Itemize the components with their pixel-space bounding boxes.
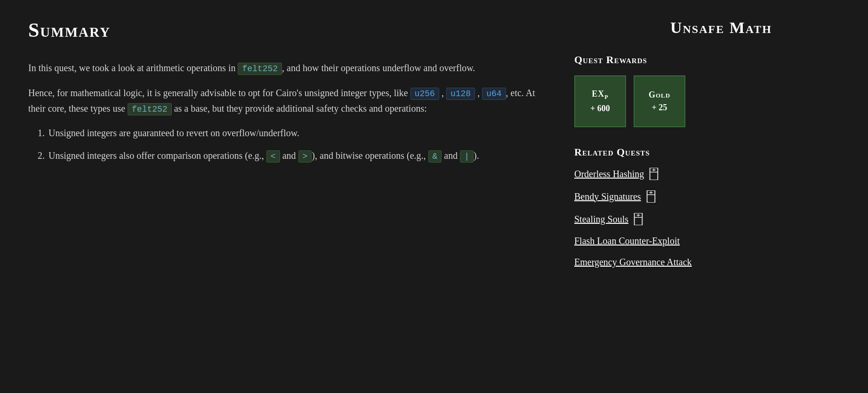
body-text-end: as a base, but they provide additional s… <box>172 103 427 114</box>
exp-label: EXP <box>592 89 608 101</box>
list-item-1: 1. Unsigned integers are guaranteed to r… <box>38 125 537 140</box>
quest-link-orderless-hashing[interactable]: Orderless Hashing <box>574 169 644 180</box>
quest-link-row-5[interactable]: Emergency Governance Attack <box>574 257 772 268</box>
sidebar-title: Unsafe Math <box>574 19 772 37</box>
exp-reward-card: EXP + 600 <box>574 75 626 127</box>
quest-link-stealing-souls[interactable]: Stealing Souls <box>574 214 628 225</box>
amp-code: & <box>428 150 442 163</box>
quest-link-row-3[interactable]: Stealing Souls <box>574 213 772 225</box>
gt-code: > <box>298 150 312 163</box>
lt-code: < <box>266 150 280 163</box>
gold-reward-card: Gold + 25 <box>634 75 685 127</box>
main-content: Summary In this quest, we took a look at… <box>28 19 537 374</box>
list-item-2: 2. Unsigned integers also offer comparis… <box>38 148 537 164</box>
quest-link-emergency-governance[interactable]: Emergency Governance Attack <box>574 257 692 268</box>
summary-section: In this quest, we took a look at arithme… <box>28 60 537 164</box>
quest-link-row-4[interactable]: Flash Loan Counter-Exploit <box>574 236 772 246</box>
list-item-2-mid1: and <box>280 150 298 161</box>
list-item-2-start: Unsigned integers also offer comparison … <box>48 150 266 161</box>
intro-text-start: In this quest, we took a look at arithme… <box>28 63 238 73</box>
bookmark-icon-3 <box>633 213 643 225</box>
quest-link-row-2[interactable]: Bendy Signatures <box>574 190 772 203</box>
sidebar: Unsafe Math Quest Rewards EXP + 600 Gold… <box>574 19 772 374</box>
u64-code: u64 <box>482 88 506 100</box>
u128-code: u128 <box>446 88 475 100</box>
intro-text-end: , and how their operations underflow and… <box>282 63 475 73</box>
quest-link-bendy-signatures[interactable]: Bendy Signatures <box>574 191 641 202</box>
related-quests-label: Related Quests <box>574 146 772 158</box>
comma-2: , <box>475 88 482 98</box>
list-item-2-mid2: ), and bitwise operations (e.g., <box>312 150 428 161</box>
list-item-2-mid3: and <box>442 150 460 161</box>
quest-rewards-label: Quest Rewards <box>574 54 772 66</box>
comma-1: , <box>439 88 446 98</box>
quest-link-flash-loan[interactable]: Flash Loan Counter-Exploit <box>574 236 680 246</box>
rewards-row: EXP + 600 Gold + 25 <box>574 75 772 127</box>
related-quests-section: Related Quests Orderless Hashing Bendy S… <box>574 146 772 268</box>
quest-link-row-1[interactable]: Orderless Hashing <box>574 168 772 180</box>
list-item-2-end: ). <box>474 150 479 161</box>
body-paragraph: Hence, for mathematical logic, it is gen… <box>28 85 537 116</box>
bookmark-icon-2 <box>646 190 656 203</box>
list-number-2: 2. <box>38 148 45 164</box>
summary-list: 1. Unsigned integers are guaranteed to r… <box>28 125 537 164</box>
body-text-start: Hence, for mathematical logic, it is gen… <box>28 88 410 98</box>
page-title: Summary <box>28 19 537 41</box>
list-item-2-content: Unsigned integers also offer comparison … <box>48 148 479 164</box>
list-item-1-text: Unsigned integers are guaranteed to reve… <box>48 125 299 140</box>
list-number-1: 1. <box>38 125 45 140</box>
exp-value: + 600 <box>590 104 610 114</box>
felt252-code-1: felt252 <box>238 63 282 75</box>
gold-value: + 25 <box>652 103 667 113</box>
pipe-code: | <box>460 150 474 163</box>
quest-rewards-section: Quest Rewards EXP + 600 Gold + 25 <box>574 54 772 127</box>
bookmark-icon-1 <box>649 168 659 180</box>
felt252-code-2: felt252 <box>128 103 172 115</box>
intro-paragraph: In this quest, we took a look at arithme… <box>28 60 537 76</box>
gold-label: Gold <box>649 90 670 100</box>
u256-code: u256 <box>410 88 439 100</box>
